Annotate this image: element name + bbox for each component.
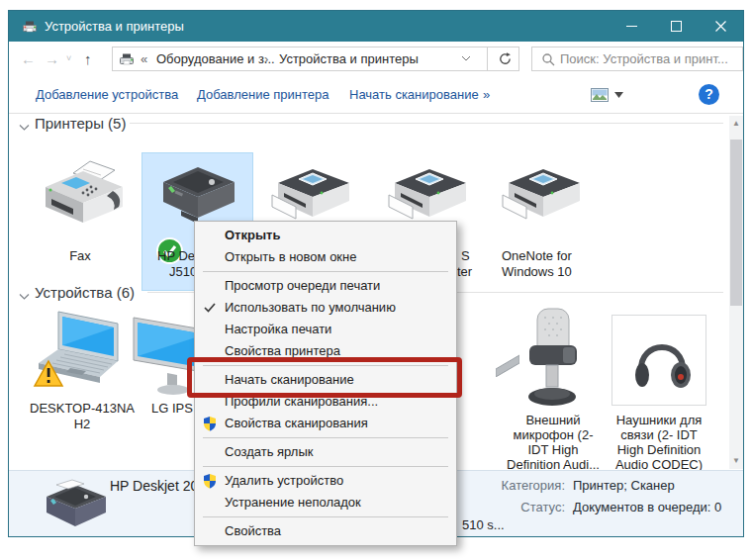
- menu-separator: [203, 516, 448, 517]
- start-scan-button[interactable]: Начать сканирование: [349, 87, 479, 102]
- uac-shield-icon: [202, 473, 218, 489]
- fax-printer-label[interactable]: Fax: [41, 248, 120, 264]
- back-icon[interactable]: ←: [21, 50, 36, 67]
- address-bar[interactable]: « Оборудование и з... › Устройства и при…: [112, 47, 519, 71]
- breadcrumb-overflow-chevron[interactable]: «: [141, 51, 147, 66]
- window-title: Устройства и принтеры: [45, 19, 184, 34]
- view-options-icon[interactable]: [591, 88, 609, 102]
- view-options-chevron-icon[interactable]: [614, 92, 623, 98]
- menu-item-open-new-window[interactable]: Открыть в новом окне: [195, 246, 456, 268]
- hp-printer-label-line2[interactable]: J510: [169, 264, 197, 280]
- search-icon: [541, 52, 555, 66]
- app-icon: [22, 19, 38, 35]
- devices-collapse-chevron-icon[interactable]: [19, 291, 30, 302]
- add-device-button[interactable]: Добавление устройства: [36, 87, 178, 102]
- printers-collapse-chevron-icon[interactable]: [19, 122, 30, 133]
- recent-pages-chevron-icon[interactable]: ˅: [66, 53, 71, 63]
- command-bar: Добавление устройства Добавление принтер…: [9, 76, 743, 114]
- details-model-fragment: 510 s...: [462, 517, 505, 533]
- address-divider: [487, 47, 488, 70]
- microphone-device-label[interactable]: Внешний микрофон (2- IDT High Definition…: [501, 413, 606, 472]
- forward-icon[interactable]: →: [45, 50, 59, 67]
- menu-item-remove-device[interactable]: Удалить устройство: [195, 470, 456, 492]
- menu-item-properties[interactable]: Свойства: [195, 520, 456, 542]
- breadcrumb-parent[interactable]: Оборудование и з...: [156, 51, 275, 66]
- up-icon[interactable]: ↑: [84, 50, 92, 67]
- help-button[interactable]: ?: [699, 84, 719, 105]
- menu-item-create-shortcut[interactable]: Создать ярлык: [195, 441, 456, 463]
- titlebar: Устройства и принтеры: [9, 11, 743, 42]
- headphones-device-label[interactable]: Наушники для связи (2- IDT High Definiti…: [603, 413, 715, 472]
- scrollbar-up-icon[interactable]: ▲: [729, 116, 743, 132]
- headphones-device-icon[interactable]: [631, 327, 693, 393]
- fax-printer-icon[interactable]: [36, 157, 130, 234]
- breadcrumb-current[interactable]: Устройства и принтеры: [279, 51, 419, 66]
- scrollbar-down-icon[interactable]: ▼: [729, 453, 743, 469]
- address-dropdown-chevron-icon[interactable]: [461, 53, 471, 63]
- menu-separator: [203, 466, 448, 467]
- hp-printer-label-line1[interactable]: HP De: [157, 248, 195, 264]
- menu-separator: [203, 437, 448, 438]
- toolbar-overflow-chevron[interactable]: »: [483, 87, 490, 102]
- checkmark-icon: [202, 300, 218, 316]
- desktop-device-label[interactable]: DESKTOP-413NA H2: [21, 401, 143, 432]
- details-device-name: HP Deskjet 20: [110, 478, 198, 494]
- details-category-value: Принтер; Сканер: [573, 478, 675, 493]
- menu-item-scan-properties[interactable]: Свойства сканирования: [195, 413, 456, 434]
- breadcrumb-separator: ›: [264, 51, 268, 66]
- scrollbar-thumb[interactable]: [730, 140, 742, 306]
- printer-onenote-icon[interactable]: [501, 161, 586, 233]
- location-icon: [119, 51, 135, 67]
- devices-section-header[interactable]: Устройства (6): [35, 284, 135, 301]
- refresh-icon[interactable]: [498, 51, 513, 66]
- warning-badge-icon: [33, 359, 64, 389]
- desktop: { "titlebar": { "title": "Устройства и п…: [0, 0, 752, 560]
- search-input[interactable]: Поиск: Устройства и принт...: [531, 47, 743, 71]
- menu-separator: [203, 271, 448, 272]
- details-status-value: Документов в очереди: 0: [573, 500, 721, 514]
- navigation-bar: ← → ˅ ↑ « Оборудование и з... › Устройст…: [9, 42, 743, 76]
- menu-item-open[interactable]: Открыть: [195, 225, 456, 246]
- printers-section-header[interactable]: Принтеры (5): [35, 115, 126, 132]
- monitor-device-label[interactable]: LG IPS: [151, 401, 193, 417]
- onenote-printer-label[interactable]: OneNote for Windows 10: [488, 248, 597, 280]
- microphone-device-icon[interactable]: [516, 306, 589, 411]
- menu-item-set-default[interactable]: Использовать по умолчанию: [195, 297, 456, 319]
- annotation-highlight-box: [187, 357, 462, 398]
- xps-printer-label-fragment1[interactable]: S: [461, 248, 470, 264]
- add-printer-button[interactable]: Добавление принтера: [197, 87, 329, 102]
- menu-item-printing-preferences[interactable]: Настройка печати: [195, 319, 456, 340]
- menu-item-troubleshoot[interactable]: Устранение неполадок: [195, 492, 456, 513]
- printers-section-rule: [130, 123, 723, 124]
- vertical-scrollbar[interactable]: ▲ ▼: [729, 116, 743, 469]
- uac-shield-icon: [202, 416, 218, 431]
- search-placeholder: Поиск: Устройства и принт...: [560, 51, 728, 66]
- minimize-button[interactable]: [610, 11, 654, 42]
- maximize-button[interactable]: [654, 11, 699, 42]
- menu-item-view-print-queue[interactable]: Просмотр очереди печати: [195, 275, 456, 297]
- selected-printer-thumbnail-icon: [39, 479, 112, 532]
- xps-printer-label-fragment2[interactable]: ter: [457, 264, 472, 280]
- close-button[interactable]: [699, 11, 743, 42]
